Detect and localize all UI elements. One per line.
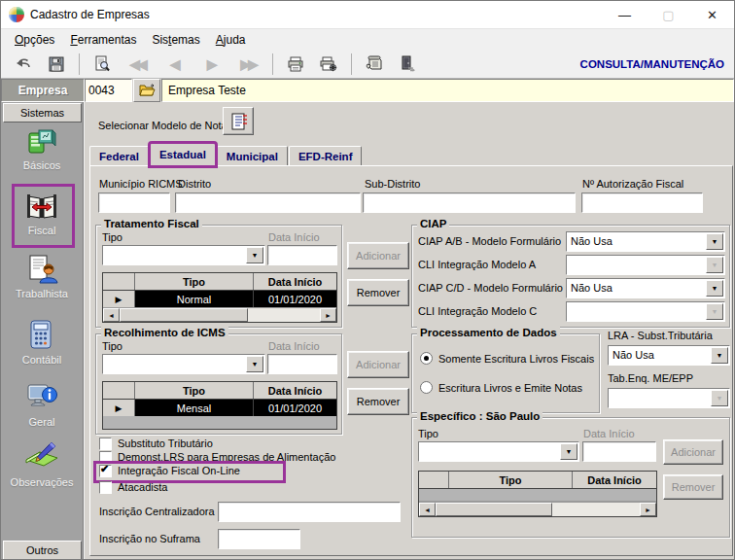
tabpage-estadual: Município RICMS Distrito Sub-Distrito Nº… — [89, 165, 733, 556]
empresa-name-field[interactable]: Empresa Teste — [161, 79, 734, 102]
inscricao-suframa-field[interactable] — [218, 529, 300, 549]
sidebar-item-contabil[interactable]: Contábil — [1, 320, 83, 366]
horizontal-scrollbar[interactable]: ◄ ► — [419, 502, 656, 516]
checkbox-icon[interactable]: ✔ — [99, 465, 112, 477]
chevron-down-icon[interactable]: ▼ — [706, 233, 723, 250]
distrito-label: Distrito — [178, 178, 211, 190]
sp-adicionar-button: Adicionar — [663, 439, 723, 465]
num-autorizacao-field[interactable] — [581, 192, 703, 213]
tratamento-tipo-combo[interactable]: ▼ — [102, 245, 265, 265]
chevron-down-icon[interactable]: ▼ — [246, 356, 263, 372]
menu-sistemas[interactable]: Sistemas — [144, 30, 207, 50]
group-title: CIAP — [417, 218, 449, 229]
ciap-cd-combo[interactable]: Não Usa▼ — [566, 278, 725, 298]
radio-icon[interactable] — [420, 381, 433, 394]
checkbox-substituto-tributario[interactable]: Substituto Tributário — [99, 437, 213, 450]
recolhimento-tipo-combo[interactable]: ▼ — [102, 354, 265, 374]
distrito-field[interactable] — [175, 192, 361, 213]
print-config-icon[interactable] — [314, 52, 343, 76]
municipio-ricms-field[interactable] — [98, 192, 170, 213]
computer-info-icon — [25, 382, 58, 413]
checkbox-atacadista[interactable]: Atacadista — [99, 480, 167, 494]
ciap-group: CIAP CIAP A/B - Modelo Formulário Não Us… — [411, 225, 730, 328]
table-row[interactable]: ▶ Mensal 01/01/2020 — [103, 400, 336, 416]
marker-header — [103, 382, 135, 399]
chevron-down-icon[interactable]: ▼ — [711, 347, 728, 364]
recolhimento-remover-button[interactable]: Remover — [347, 388, 409, 415]
scroll-right-icon[interactable]: ► — [640, 503, 656, 516]
checkbox-integracao-fiscal-online[interactable]: ✔ Integração Fiscal On-Line — [99, 464, 240, 477]
menu-ajuda[interactable]: Ajuda — [208, 30, 254, 50]
chevron-down-icon[interactable]: ▼ — [706, 280, 723, 297]
scroll-right-icon[interactable]: ► — [320, 308, 336, 322]
tab-enq-label: Tab.Enq. ME/EPP — [608, 372, 693, 384]
sidebar-item-fiscal[interactable]: Fiscal — [1, 192, 83, 236]
radio-escritura-emite[interactable]: Escritura Livros e Emite Notas — [420, 381, 582, 394]
recolhimento-data-field[interactable] — [267, 354, 337, 374]
sidebar-item-label: Geral — [1, 416, 83, 428]
titlebar: Cadastro de Empresas — ▢ ✕ — [1, 1, 734, 29]
horizontal-scrollbar[interactable]: ◄ ► — [103, 307, 336, 322]
exit-door-icon[interactable] — [393, 52, 422, 76]
chevron-down-icon: ▼ — [706, 303, 723, 320]
sidebar-item-basicos[interactable]: Básicos — [1, 127, 83, 171]
tratamento-data-field[interactable] — [267, 245, 337, 265]
empresa-code-field[interactable]: 0043 — [85, 79, 132, 102]
next-record-icon: ▶ — [194, 52, 228, 76]
print-icon[interactable] — [281, 52, 310, 76]
cli-modelo-c-label: CLI Integração Modelo C — [418, 305, 537, 317]
window-title: Cadastro de Empresas — [30, 8, 150, 21]
notes-scroll-icon[interactable] — [360, 52, 389, 76]
sidebar-item-geral[interactable]: Geral — [1, 382, 83, 428]
save-icon[interactable] — [42, 52, 71, 76]
checkbox-icon[interactable] — [99, 438, 112, 450]
tipo-label: Tipo — [102, 231, 122, 243]
sidebar-footer-outros[interactable]: Outros — [3, 541, 82, 560]
checkbox-icon[interactable] — [99, 481, 112, 494]
tab-estadual[interactable]: Estadual — [150, 143, 216, 166]
ciap-ab-combo[interactable]: Não Usa▼ — [566, 231, 725, 252]
scroll-thumb[interactable] — [120, 308, 248, 322]
tab-label: Federal — [99, 151, 139, 162]
sidebar-header-sistemas[interactable]: Sistemas — [3, 103, 82, 122]
chevron-down-icon[interactable]: ▼ — [246, 247, 263, 263]
tab-federal[interactable]: Federal — [89, 146, 149, 166]
tab-efd-reinf[interactable]: EFD-Reinf — [289, 146, 363, 166]
menu-opcoes[interactable]: Opções — [7, 30, 62, 50]
minimize-button[interactable]: — — [603, 1, 647, 28]
lra-combo[interactable]: Não Usa▼ — [608, 345, 730, 366]
sp-tipo-combo[interactable]: ▼ — [418, 441, 579, 462]
menu-ferramentas[interactable]: Ferramentas — [62, 30, 144, 50]
tab-municipal[interactable]: Municipal — [217, 146, 288, 166]
sub-distrito-field[interactable] — [363, 192, 576, 213]
table-header: Tipo Data Início — [419, 472, 656, 489]
table-row[interactable]: ▶ Normal 01/01/2020 — [103, 291, 336, 307]
checkbox-label: Atacadista — [118, 481, 167, 493]
tab-label: Estadual — [159, 149, 206, 160]
scroll-left-icon[interactable]: ◄ — [419, 503, 436, 516]
empty-row — [103, 416, 336, 429]
inscricao-centralizadora-field[interactable] — [218, 502, 401, 522]
calculator-icon — [27, 320, 56, 351]
col-data-inicio: Data Início — [254, 382, 336, 399]
body: Sistemas Básicos Fiscal Trabalhista Cont… — [1, 102, 734, 559]
tratamento-remover-button[interactable]: Remover — [347, 279, 409, 306]
scroll-thumb[interactable] — [436, 503, 552, 516]
main-panel: Selecionar Modelo de Nota Federal Estadu… — [84, 102, 734, 559]
scroll-left-icon[interactable]: ◄ — [103, 308, 120, 322]
radio-somente-escritura[interactable]: Somente Escritura Livros Fiscais — [420, 352, 594, 365]
sidebar-item-trabalhista[interactable]: Trabalhista — [1, 254, 83, 299]
select-model-button[interactable] — [223, 107, 254, 135]
open-company-button[interactable] — [133, 79, 160, 102]
app-window: Cadastro de Empresas — ▢ ✕ Opções Ferram… — [0, 0, 735, 560]
preview-icon[interactable] — [88, 52, 117, 76]
data-inicio-label: Data Início — [268, 340, 320, 352]
chevron-down-icon[interactable]: ▼ — [560, 443, 578, 460]
sp-data-field[interactable] — [582, 441, 656, 462]
undo-icon[interactable] — [9, 52, 38, 76]
especifico-sp-group: Específico : São Paulo Tipo ▼ Data Iníci… — [411, 417, 730, 538]
sidebar-item-observacoes[interactable]: Observações — [1, 440, 83, 488]
close-button[interactable]: ✕ — [690, 1, 734, 28]
books-icon — [25, 127, 58, 157]
radio-icon[interactable] — [420, 352, 433, 365]
